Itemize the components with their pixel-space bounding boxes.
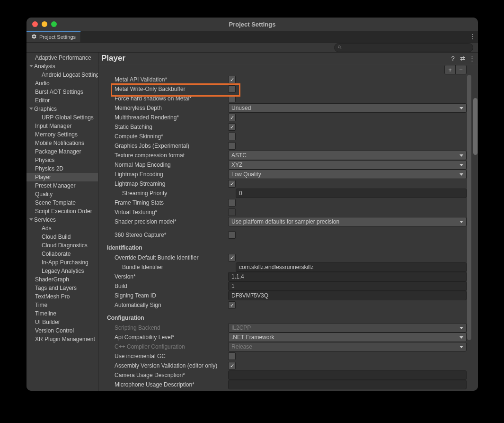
sidebar-item-tags-and-layers[interactable]: Tags and Layers <box>27 284 98 292</box>
remove-icon[interactable]: − <box>456 65 466 74</box>
property-label: C++ Compiler Configuration <box>98 343 228 350</box>
sidebar-item-graphics[interactable]: Graphics <box>27 105 98 113</box>
sidebar-item-analysis[interactable]: Analysis <box>27 62 98 71</box>
sidebar-item-package-manager[interactable]: Package Manager <box>27 147 98 156</box>
checkbox[interactable] <box>228 142 236 150</box>
property-label: Metal Write-Only Backbuffer <box>98 86 228 92</box>
property-label: Force hard shadows on Metal* <box>98 95 228 102</box>
settings-sidebar[interactable]: Adaptive PerformanceAnalysisAndroid Logc… <box>27 53 98 391</box>
help-icon[interactable]: ? <box>450 55 456 62</box>
sidebar-item-script-execution-order[interactable]: Script Execution Order <box>27 207 98 216</box>
checkbox[interactable] <box>228 231 236 239</box>
preset-icon[interactable]: ⇄ <box>459 55 466 62</box>
property-row: Camera Usage Description* <box>98 370 478 380</box>
sidebar-item-time[interactable]: Time <box>27 301 98 309</box>
sidebar-item-textmesh-pro[interactable]: TextMesh Pro <box>27 292 98 301</box>
dropdown[interactable]: ASTC <box>228 151 467 160</box>
property-row: Scripting BackendIL2CPP <box>98 323 478 333</box>
sidebar-item-input-manager[interactable]: Input Manager <box>27 122 98 130</box>
property-label: Bundle Identifier <box>98 264 236 270</box>
property-label: Scripting Backend <box>98 324 228 331</box>
text-field[interactable] <box>228 380 467 389</box>
property-label: Build <box>98 283 228 289</box>
sidebar-item-mobile-notifications[interactable]: Mobile Notifications <box>27 139 98 147</box>
sidebar-item-physics-2d[interactable]: Physics 2D <box>27 164 98 173</box>
sidebar-item-version-control[interactable]: Version Control <box>27 326 98 335</box>
sidebar-item-label: ShaderGraph <box>35 276 69 283</box>
text-field[interactable] <box>228 370 467 380</box>
checkbox[interactable] <box>228 114 236 121</box>
sidebar-item-timeline[interactable]: Timeline <box>27 309 98 318</box>
dropdown[interactable]: .NET Framework <box>228 333 467 342</box>
text-field[interactable]: 1 <box>228 281 467 291</box>
dropdown[interactable]: Use platform defaults for sampler precis… <box>228 217 467 226</box>
sidebar-item-scene-template[interactable]: Scene Template <box>27 198 98 207</box>
property-row: Texture compression formatASTC <box>98 151 478 160</box>
property-row: Streaming Priority0 <box>98 189 478 198</box>
sidebar-item-quality[interactable]: Quality <box>27 190 98 198</box>
sidebar-item-adaptive-performance[interactable]: Adaptive Performance <box>27 54 98 62</box>
sidebar-item-cloud-diagnostics[interactable]: Cloud Diagnostics <box>27 241 98 250</box>
sidebar-item-services[interactable]: Services <box>27 216 98 224</box>
project-settings-window: Project Settings Project Settings ⋮ Adap… <box>27 18 478 391</box>
close-window-button[interactable] <box>32 21 38 27</box>
dropdown[interactable]: Low Quality <box>228 170 467 179</box>
property-row: Normal Map EncodingXYZ <box>98 160 478 170</box>
sidebar-item-physics[interactable]: Physics <box>27 156 98 164</box>
checkbox[interactable] <box>228 180 236 188</box>
sidebar-item-memory-settings[interactable]: Memory Settings <box>27 130 98 139</box>
checkbox[interactable] <box>228 95 236 102</box>
checkbox[interactable] <box>228 85 236 93</box>
sidebar-item-label: Android Logcat Settings <box>42 72 98 78</box>
sidebar-item-legacy-analytics[interactable]: Legacy Analytics <box>27 267 98 275</box>
dropdown[interactable]: XYZ <box>228 160 467 170</box>
context-menu-icon[interactable]: ⋮ <box>469 55 475 62</box>
sidebar-item-audio[interactable]: Audio <box>27 79 98 88</box>
sidebar-item-collaborate[interactable]: Collaborate <box>27 250 98 258</box>
sidebar-item-label: Preset Manager <box>35 182 75 189</box>
text-field[interactable]: com.skillz.endlessrunnerskillz <box>236 262 467 272</box>
sidebar-item-label: Timeline <box>35 310 56 317</box>
sidebar-item-editor[interactable]: Editor <box>27 96 98 105</box>
zoom-window-button[interactable] <box>51 21 57 27</box>
checkbox[interactable] <box>228 123 236 131</box>
sidebar-item-urp-global-settings[interactable]: URP Global Settings <box>27 113 98 122</box>
text-field[interactable]: 1.1.4 <box>228 272 467 281</box>
sidebar-item-label: Package Manager <box>35 148 81 155</box>
sidebar-item-player[interactable]: Player <box>27 173 98 181</box>
add-icon[interactable]: + <box>445 65 456 74</box>
sidebar-item-label: Legacy Analytics <box>42 268 84 274</box>
tab-project-settings[interactable]: Project Settings <box>27 31 81 42</box>
inner-scrollbar[interactable] <box>467 75 471 340</box>
sidebar-item-in-app-purchasing[interactable]: In-App Purchasing <box>27 258 98 267</box>
property-label: Signing Team ID <box>98 292 228 299</box>
sidebar-item-burst-aot-settings[interactable]: Burst AOT Settings <box>27 88 98 96</box>
text-field[interactable]: 0 <box>236 189 467 198</box>
tab-context-menu-button[interactable]: ⋮ <box>468 31 478 42</box>
content: Player ? ⇄ ⋮ + − Metal API Validation*Me… <box>98 53 478 391</box>
sidebar-item-shadergraph[interactable]: ShaderGraph <box>27 275 98 284</box>
checkbox[interactable] <box>228 352 236 360</box>
property-row: Bundle Identifiercom.skillz.endlessrunne… <box>98 262 478 272</box>
search-input[interactable] <box>334 43 473 52</box>
sidebar-item-android-logcat-settings[interactable]: Android Logcat Settings <box>27 71 98 79</box>
property-row: Automatically Sign <box>98 300 478 310</box>
property-row: Shader precision model*Use platform defa… <box>98 217 478 226</box>
checkbox[interactable] <box>228 133 236 140</box>
checkbox[interactable] <box>228 362 236 369</box>
checkbox[interactable] <box>228 301 236 309</box>
checkbox[interactable] <box>228 199 236 207</box>
checkbox[interactable] <box>228 254 236 261</box>
sidebar-item-label: Analysis <box>34 63 55 70</box>
sidebar-item-ui-builder[interactable]: UI Builder <box>27 318 98 326</box>
window-title: Project Settings <box>27 21 478 28</box>
checkbox[interactable] <box>228 76 236 83</box>
dropdown[interactable]: Unused <box>228 103 467 113</box>
text-field[interactable]: DF8VM75V3Q <box>228 291 467 300</box>
minimize-window-button[interactable] <box>42 21 47 27</box>
sidebar-item-preset-manager[interactable]: Preset Manager <box>27 181 98 190</box>
sidebar-item-xr-plugin-management[interactable]: XR Plugin Management <box>27 335 98 343</box>
sidebar-item-ads[interactable]: Ads <box>27 224 98 233</box>
sidebar-item-cloud-build[interactable]: Cloud Build <box>27 233 98 241</box>
outer-scrollbar[interactable] <box>473 98 477 155</box>
